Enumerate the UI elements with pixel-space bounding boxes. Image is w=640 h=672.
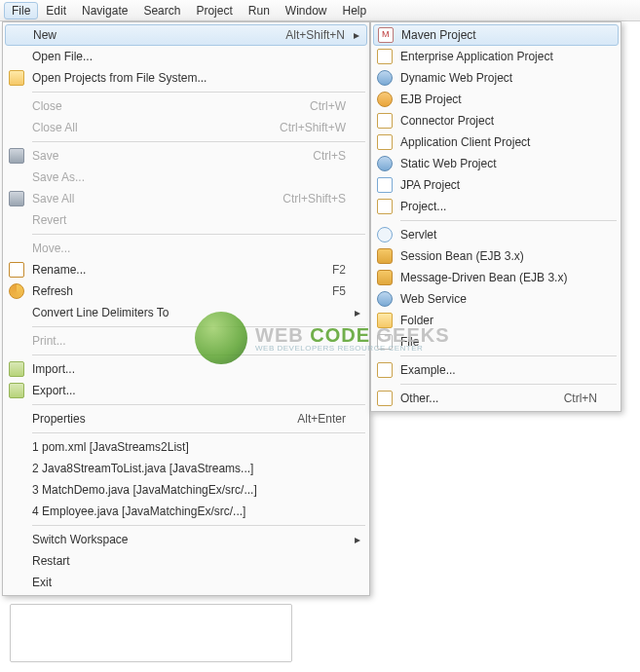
menu-item-label: Example... xyxy=(396,363,603,377)
file-menu-item-print[interactable]: Print... xyxy=(5,330,367,352)
file-menu-item-close[interactable]: CloseCtrl+W xyxy=(5,95,367,117)
menu-item-label: Application Client Project xyxy=(396,135,603,149)
new-menu-item-static-web-project[interactable]: Static Web Project xyxy=(373,153,619,174)
new-menu-item-other[interactable]: Other...Ctrl+N xyxy=(373,388,619,409)
separator xyxy=(32,525,365,526)
menu-item-label: Close All xyxy=(28,121,280,134)
menu-item-label: Convert Line Delimiters To xyxy=(28,306,352,319)
file-menu-item-3-matchdemo-java-javamatchingex-src[interactable]: 3 MatchDemo.java [JavaMatchingEx/src/...… xyxy=(5,479,367,501)
menu-item-label: Message-Driven Bean (EJB 3.x) xyxy=(396,271,603,284)
new-menu-item-file[interactable]: File xyxy=(373,331,619,353)
web-icon xyxy=(377,70,393,86)
menu-item-accel: F5 xyxy=(332,284,352,298)
menu-item-label: Session Bean (EJB 3.x) xyxy=(396,249,603,263)
bean-icon xyxy=(377,248,393,264)
menu-item-label: Refresh xyxy=(28,284,332,298)
new-menu-item-servlet[interactable]: Servlet xyxy=(373,224,619,245)
menu-item-label: Switch Workspace xyxy=(28,533,352,546)
new-menu-item-enterprise-application-project[interactable]: Enterprise Application Project xyxy=(373,46,619,67)
menu-item-label: Dynamic Web Project xyxy=(396,71,603,85)
file-menu-item-close-all[interactable]: Close AllCtrl+Shift+W xyxy=(5,117,367,138)
menu-item-label: Maven Project xyxy=(397,28,602,42)
menu-item-label: File xyxy=(396,335,603,349)
new-menu-item-ejb-project[interactable]: EJB Project xyxy=(373,89,619,110)
separator xyxy=(32,326,365,327)
separator xyxy=(32,355,365,355)
file-menu-item-open-projects-from-file-system[interactable]: Open Projects from File System... xyxy=(5,67,367,89)
file-menu-dropdown: NewAlt+Shift+N▸Open File...Open Projects… xyxy=(2,21,370,596)
other-icon xyxy=(377,391,393,406)
proj-icon xyxy=(377,113,393,129)
menu-item-label: Static Web Project xyxy=(396,157,603,170)
menu-item-label: Revert xyxy=(28,213,352,227)
menubar-item-edit[interactable]: Edit xyxy=(38,2,74,19)
file-menu-item-exit[interactable]: Exit xyxy=(5,572,367,593)
file-menu-item-export[interactable]: Export... xyxy=(5,380,367,401)
menu-item-accel: Ctrl+S xyxy=(313,149,352,163)
file-menu-item-save-as[interactable]: Save As... xyxy=(5,167,367,188)
menu-item-label: Connector Project xyxy=(396,114,603,128)
rename-icon xyxy=(9,262,24,278)
menubar-item-navigate[interactable]: Navigate xyxy=(74,2,135,19)
file-menu-item-2-java8streamtolist-java-javastreams[interactable]: 2 Java8StreamToList.java [JavaStreams...… xyxy=(5,458,367,479)
menu-item-accel: F2 xyxy=(332,263,352,277)
file-menu-item-import[interactable]: Import... xyxy=(5,358,367,380)
separator xyxy=(32,92,365,93)
menu-item-accel: Ctrl+Shift+W xyxy=(280,121,352,134)
file-icon xyxy=(377,334,393,350)
new-menu-item-session-bean-ejb-3-x[interactable]: Session Bean (EJB 3.x) xyxy=(373,245,619,267)
separator xyxy=(32,234,365,235)
file-menu-item-4-employee-java-javamatchingex-src[interactable]: 4 Employee.java [JavaMatchingEx/src/...] xyxy=(5,501,367,522)
file-menu-item-rename[interactable]: Rename...F2 xyxy=(5,259,367,280)
menu-item-label: Open File... xyxy=(28,50,352,63)
menubar-item-window[interactable]: Window xyxy=(278,2,335,19)
new-menu-item-folder[interactable]: Folder xyxy=(373,310,619,331)
file-menu-item-convert-line-delimiters-to[interactable]: Convert Line Delimiters To▸ xyxy=(5,302,367,323)
menu-item-label: Import... xyxy=(28,362,352,376)
menu-item-label: Close xyxy=(28,99,310,113)
separator xyxy=(400,384,617,385)
ejb-icon xyxy=(377,92,393,107)
web-icon xyxy=(377,156,393,171)
jpa-icon xyxy=(377,177,393,193)
menubar-item-help[interactable]: Help xyxy=(335,2,375,19)
file-menu-item-revert[interactable]: Revert xyxy=(5,209,367,231)
menubar-item-project[interactable]: Project xyxy=(188,2,240,19)
menu-item-label: Enterprise Application Project xyxy=(396,50,603,63)
new-menu-item-example[interactable]: Example... xyxy=(373,359,619,381)
submenu-arrow-icon: ▸ xyxy=(351,28,362,42)
file-menu-item-1-pom-xml-javastreams2list[interactable]: 1 pom.xml [JavaStreams2List] xyxy=(5,436,367,458)
file-menu-item-refresh[interactable]: RefreshF5 xyxy=(5,280,367,302)
menubar-item-file[interactable]: File xyxy=(4,2,38,19)
file-menu-item-move[interactable]: Move... xyxy=(5,238,367,259)
menu-item-label: Restart xyxy=(28,554,352,568)
menubar-item-search[interactable]: Search xyxy=(135,2,188,19)
servlet-icon xyxy=(377,227,393,243)
menu-item-label: Print... xyxy=(28,334,352,348)
file-menu-item-save[interactable]: SaveCtrl+S xyxy=(5,145,367,167)
new-menu-item-message-driven-bean-ejb-3-x[interactable]: Message-Driven Bean (EJB 3.x) xyxy=(373,267,619,288)
menu-item-label: Web Service xyxy=(396,292,603,306)
new-menu-item-web-service[interactable]: Web Service xyxy=(373,288,619,310)
menubar: File Edit Navigate Search Project Run Wi… xyxy=(0,0,640,21)
new-menu-item-dynamic-web-project[interactable]: Dynamic Web Project xyxy=(373,67,619,89)
web-icon xyxy=(377,291,393,307)
background-panel xyxy=(10,604,292,662)
menu-item-accel: Alt+Shift+N xyxy=(285,28,351,42)
file-menu-item-save-all[interactable]: Save AllCtrl+Shift+S xyxy=(5,188,367,209)
menubar-item-run[interactable]: Run xyxy=(241,2,278,19)
menu-item-label: Project... xyxy=(396,200,603,213)
menu-item-label: Move... xyxy=(28,242,352,255)
file-menu-item-switch-workspace[interactable]: Switch Workspace▸ xyxy=(5,529,367,550)
new-menu-item-connector-project[interactable]: Connector Project xyxy=(373,110,619,131)
file-menu-item-restart[interactable]: Restart xyxy=(5,550,367,572)
import-icon xyxy=(9,361,24,377)
new-menu-item-maven-project[interactable]: Maven Project xyxy=(373,24,619,46)
proj-icon xyxy=(377,134,393,150)
file-menu-item-properties[interactable]: PropertiesAlt+Enter xyxy=(5,408,367,429)
file-menu-item-new[interactable]: NewAlt+Shift+N▸ xyxy=(5,24,367,46)
new-menu-item-project[interactable]: Project... xyxy=(373,196,619,217)
new-menu-item-jpa-project[interactable]: JPA Project xyxy=(373,174,619,196)
file-menu-item-open-file[interactable]: Open File... xyxy=(5,46,367,67)
new-menu-item-application-client-project[interactable]: Application Client Project xyxy=(373,131,619,153)
